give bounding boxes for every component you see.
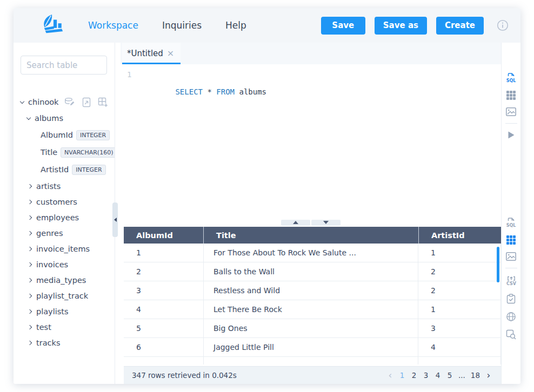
nav-action-button[interactable]: Save as [375, 17, 427, 35]
pane-splitter [121, 218, 501, 227]
tree-item-database[interactable]: chinook [21, 94, 115, 110]
page-button[interactable]: 5 [445, 371, 455, 380]
close-icon[interactable]: × [167, 49, 174, 58]
svg-text:CSV: CSV [506, 281, 517, 286]
page-button[interactable]: 4 [433, 371, 443, 380]
expand-results-button[interactable] [311, 220, 341, 226]
cell-album-id: 4 [124, 300, 204, 319]
results-scrollbar-thumb[interactable] [497, 247, 499, 282]
tree-column-item[interactable]: Title NVARCHAR(160) [21, 144, 115, 161]
file-export-icon[interactable] [82, 97, 91, 107]
tab-title: *Untitled [127, 49, 163, 58]
tree-item-table[interactable]: playlist_track [21, 288, 115, 303]
table-row[interactable]: 4 Let There Be Rock 1 [124, 300, 501, 319]
nav-link[interactable]: Help [225, 20, 246, 31]
sql-editor[interactable]: 1 SELECT * FROM albums [121, 64, 501, 218]
tree-item-table[interactable]: customers [21, 194, 115, 209]
cell-album-id: 5 [124, 319, 204, 337]
inspect-icon[interactable] [506, 329, 516, 340]
table-name: test [36, 323, 51, 332]
tab-untitled[interactable]: *Untitled × [122, 43, 181, 64]
page-button[interactable]: 3 [421, 371, 431, 380]
table-name: playlist_track [36, 292, 88, 300]
tree-item-table[interactable]: invoices [21, 256, 115, 272]
tree-item-table[interactable]: invoice_items [21, 241, 115, 256]
expand-editor-button[interactable] [281, 220, 310, 226]
sql-view-icon[interactable]: SQL [506, 72, 516, 83]
chevron-down-icon [26, 115, 31, 119]
collapse-left-icon [114, 218, 117, 222]
line-number: 1 [121, 70, 139, 218]
table-row[interactable]: 5 Big Ones 3 [124, 319, 501, 338]
add-table-icon[interactable] [98, 97, 108, 107]
page-button[interactable]: › [484, 371, 493, 380]
cell-artist-id: 4 [418, 338, 500, 356]
tree-column-item[interactable]: ArtistId INTEGER [21, 161, 115, 178]
sql-token: SELECT [175, 87, 203, 96]
info-icon[interactable] [497, 19, 509, 31]
table-row[interactable]: 2 Balls to the Wall 2 [124, 262, 501, 281]
tree-item-table[interactable]: employees [21, 209, 115, 225]
table-row[interactable]: 6 Jagged Little Pill 4 [124, 338, 501, 357]
sql-view-icon[interactable]: SQL [506, 217, 516, 228]
cell-empty [204, 357, 418, 364]
globe-icon[interactable] [506, 312, 516, 322]
search-table-input[interactable] [21, 56, 107, 75]
copy-results-icon[interactable] [506, 294, 516, 304]
sidebar-splitter[interactable] [115, 43, 121, 384]
table-view-icon[interactable] [506, 235, 516, 245]
chevron-right-icon [28, 246, 32, 251]
column-type-badge: INTEGER [76, 130, 110, 140]
app-window: Workspace Inquiries Help Save Save as Cr… [14, 8, 520, 384]
results-view-rail: SQL [505, 213, 517, 343]
tree-column-item[interactable]: AlbumId INTEGER [21, 126, 115, 144]
tree-item-table[interactable]: artists [21, 178, 115, 194]
chevron-right-icon [28, 199, 32, 204]
chart-view-icon[interactable] [506, 107, 516, 116]
column-type-badge: INTEGER [72, 165, 105, 175]
cell-title: Restless and Wild [204, 281, 418, 300]
sql-token: * [203, 87, 216, 96]
database-edit-icon[interactable] [64, 97, 75, 107]
column-header[interactable]: AlbumId [124, 227, 204, 244]
schema-sidebar: chinook [14, 43, 115, 384]
tree-item-table[interactable]: tracks [21, 335, 115, 350]
column-type-badge: NVARCHAR(160) [61, 147, 115, 158]
tree-item-albums[interactable]: albums [21, 110, 115, 126]
tree-item-table[interactable]: playlists [21, 303, 115, 319]
cell-title: Balls to the Wall [204, 262, 418, 281]
nav-action-button[interactable]: Create [436, 17, 484, 35]
page-button[interactable]: 1 [397, 371, 407, 380]
cell-album-id: 1 [124, 244, 204, 262]
table-name: customers [36, 198, 77, 206]
chevron-right-icon [28, 309, 32, 313]
chart-view-icon[interactable] [506, 252, 516, 261]
table-name: tracks [36, 339, 60, 347]
main-panel: *Untitled × 1 SELECT * FROM albums [121, 43, 501, 384]
page-button[interactable]: ... [457, 371, 467, 380]
nav-link[interactable]: Inquiries [162, 20, 202, 31]
export-csv-icon[interactable]: CSV [506, 275, 517, 286]
table-view-icon[interactable] [506, 91, 516, 100]
navbar: Workspace Inquiries Help Save Save as Cr… [14, 8, 520, 43]
svg-text:SQL: SQL [506, 78, 516, 83]
tree-item-table[interactable]: genres [21, 225, 115, 241]
page-button[interactable]: 2 [409, 371, 419, 380]
table-row[interactable]: 1 For Those About To Rock We Salute ... … [124, 244, 501, 262]
tree-item-table[interactable]: media_types [21, 272, 115, 288]
falcon-logo [41, 14, 65, 37]
page-button[interactable]: 18 [469, 371, 482, 380]
table-row[interactable]: 3 Restless and Wild 2 [124, 281, 501, 300]
column-header[interactable]: ArtistId [419, 227, 501, 244]
nav-action-button[interactable]: Save [321, 17, 365, 35]
arrow-down-icon [323, 221, 329, 224]
table-name: media_types [36, 276, 86, 285]
tree-item-table[interactable]: test [21, 319, 115, 335]
run-query-icon[interactable] [508, 131, 515, 139]
column-header[interactable]: Title [204, 227, 419, 244]
chevron-right-icon [28, 293, 32, 298]
page-button[interactable]: ‹ [385, 371, 395, 380]
cell-title: Jagged Little Pill [204, 338, 418, 356]
sidebar-collapse-handle[interactable] [112, 202, 118, 237]
nav-link[interactable]: Workspace [88, 20, 138, 31]
